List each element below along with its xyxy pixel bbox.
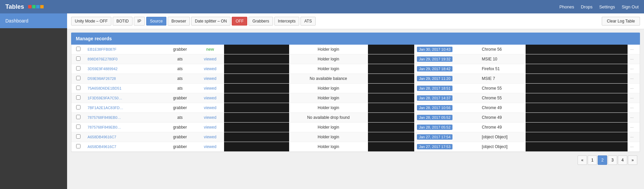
row-more[interactable]: ···	[628, 54, 640, 64]
row-checkbox[interactable]	[71, 123, 85, 132]
records-table: EB1E38FFB087F grabber new Holder login J…	[71, 45, 640, 152]
row-black3	[526, 84, 628, 93]
row-checkbox[interactable]	[71, 74, 85, 84]
row-black1	[224, 113, 289, 123]
row-checkbox[interactable]	[71, 93, 85, 103]
top-nav-left: Tables	[5, 3, 44, 10]
row-more[interactable]: ···	[628, 142, 640, 152]
btn-browser[interactable]: Browser	[168, 17, 190, 26]
row-info: Holder login	[289, 93, 368, 103]
row-checkbox[interactable]	[71, 142, 85, 152]
app-logo	[28, 5, 44, 8]
row-more[interactable]: ···	[628, 132, 640, 142]
row-more[interactable]: ···	[628, 45, 640, 54]
row-checkbox[interactable]	[71, 103, 85, 113]
btn-grabbers[interactable]: Grabbers	[249, 17, 273, 26]
nav-phones[interactable]: Phones	[559, 4, 574, 9]
row-checkbox[interactable]	[71, 132, 85, 142]
row-id[interactable]: A658DB49616C7	[85, 142, 164, 152]
row-black2	[368, 123, 414, 132]
app-title: Tables	[5, 3, 24, 10]
row-more[interactable]: ···	[628, 74, 640, 84]
sidebar-item-dashboard[interactable]: Dashboard	[0, 13, 67, 28]
nav-drops[interactable]: Drops	[581, 4, 593, 9]
row-black1	[224, 74, 289, 84]
page-last[interactable]: »	[628, 155, 637, 165]
row-id[interactable]: 7875768F849EB0…	[85, 123, 164, 132]
row-id[interactable]: 7875768F849EB0…	[85, 113, 164, 123]
nav-settings[interactable]: Settings	[599, 4, 615, 9]
content-area: Manage records EB1E38FFB087F grabber new…	[67, 29, 644, 189]
page-2[interactable]: 2	[598, 155, 607, 165]
row-type: ats	[164, 113, 196, 123]
page-1[interactable]: 1	[588, 155, 597, 165]
row-more[interactable]: ···	[628, 113, 640, 123]
row-black3	[526, 123, 628, 132]
row-id[interactable]: 1F3D59E9FA7C50…	[85, 93, 164, 103]
row-black3	[526, 64, 628, 74]
row-browser: MSIE 7	[479, 74, 525, 84]
row-info: Holder login	[289, 45, 368, 54]
row-id[interactable]: 75A658D6DE1BD51	[85, 84, 164, 93]
row-date: Jan 27, 2017 17:53	[414, 142, 479, 152]
row-black3	[526, 45, 628, 54]
row-browser: Firefox 51	[479, 64, 525, 74]
row-id[interactable]: 3D59E9F4889942	[85, 64, 164, 74]
btn-unity-mode[interactable]: Unity Mode – OFF	[71, 17, 111, 26]
table-row: A658DB49616C7 grabber viewed Holder logi…	[71, 132, 640, 142]
row-more[interactable]: ···	[628, 93, 640, 103]
nav-signout[interactable]: Sign Out	[622, 4, 639, 9]
row-checkbox[interactable]	[71, 113, 85, 123]
row-black3	[526, 142, 628, 152]
row-browser: MSIE 10	[479, 54, 525, 64]
row-type: grabber	[164, 132, 196, 142]
row-black2	[368, 93, 414, 103]
row-type: grabber	[164, 142, 196, 152]
row-more[interactable]: ···	[628, 64, 640, 74]
row-type: grabber	[164, 123, 196, 132]
row-date: Jan 28, 2017 18:51	[414, 84, 479, 93]
row-browser: Chrome 49	[479, 123, 525, 132]
row-id[interactable]: D59E98AF26728	[85, 74, 164, 84]
btn-source[interactable]: Source	[146, 17, 166, 26]
row-date: Jan 29, 2017 19:32	[414, 54, 479, 64]
row-checkbox[interactable]	[71, 84, 85, 93]
table-row: 7BF1A2E1AC83FD… grabber viewed Holder lo…	[71, 103, 640, 113]
row-more[interactable]: ···	[628, 103, 640, 113]
btn-date-splitter[interactable]: Date splitter – ON	[191, 17, 230, 26]
row-id[interactable]: 898D876E2780F0	[85, 54, 164, 64]
table-row: 898D876E2780F0 ats viewed Holder login J…	[71, 54, 640, 64]
row-type: grabber	[164, 93, 196, 103]
page-3[interactable]: 3	[608, 155, 617, 165]
row-checkbox[interactable]	[71, 54, 85, 64]
row-black2	[368, 132, 414, 142]
row-id[interactable]: 7BF1A2E1AC83FD…	[85, 103, 164, 113]
btn-botid[interactable]: BOTID	[113, 17, 132, 26]
row-status: viewed	[196, 93, 224, 103]
page-4[interactable]: 4	[618, 155, 627, 165]
row-id[interactable]: EB1E38FFB087F	[85, 45, 164, 54]
table-row: 7875768F849EB0… ats viewed No available …	[71, 113, 640, 123]
row-black3	[526, 132, 628, 142]
row-type: ats	[164, 64, 196, 74]
row-more[interactable]: ···	[628, 84, 640, 93]
pagination: « 1 2 3 4 »	[71, 152, 640, 168]
btn-ip[interactable]: IP	[134, 17, 145, 26]
row-id[interactable]: A658DB49616C7	[85, 132, 164, 142]
row-more[interactable]: ···	[628, 123, 640, 132]
row-status: viewed	[196, 54, 224, 64]
row-checkbox[interactable]	[71, 45, 85, 54]
clear-log-button[interactable]: Clear Log Table	[602, 17, 640, 26]
row-type: ats	[164, 74, 196, 84]
row-checkbox[interactable]	[71, 64, 85, 74]
row-status: viewed	[196, 74, 224, 84]
btn-ats[interactable]: ATS	[301, 17, 315, 26]
btn-intercepts[interactable]: Intercepts	[274, 17, 300, 26]
row-info: Holder login	[289, 142, 368, 152]
row-black1	[224, 54, 289, 64]
section-title: Manage records	[71, 33, 640, 45]
btn-off[interactable]: OFF	[232, 17, 247, 26]
page-first[interactable]: «	[578, 155, 587, 165]
row-type: grabber	[164, 45, 196, 54]
row-type: ats	[164, 54, 196, 64]
